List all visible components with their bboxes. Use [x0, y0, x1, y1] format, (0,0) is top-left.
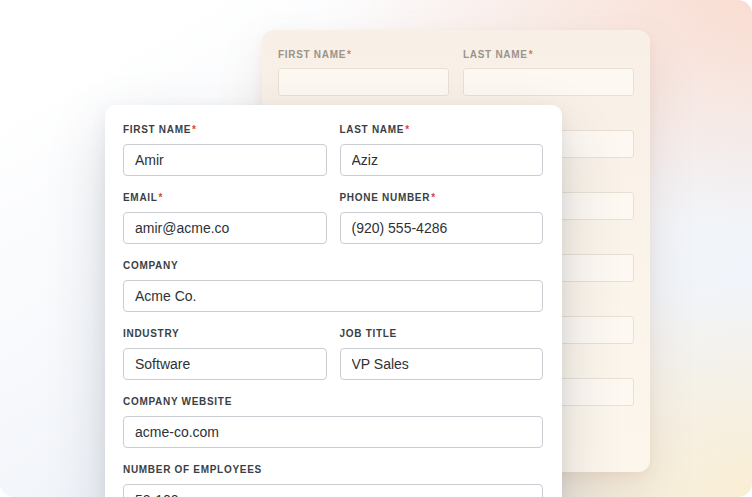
front-form-grid: FIRST NAME* LAST NAME* EMAIL* PHONE NUMB…	[123, 125, 543, 497]
page-background: FIRST NAME* LAST NAME* EMAIL* PHONE NUMB…	[0, 0, 752, 497]
field-label-text: NUMBER OF EMPLOYEES	[123, 464, 262, 475]
form-field-last-name: LAST NAME*	[340, 125, 544, 176]
field-label-text: LAST NAME	[463, 49, 528, 60]
number-of-employees-input[interactable]	[123, 484, 543, 497]
industry-input[interactable]	[123, 348, 327, 380]
company-website-input[interactable]	[123, 416, 543, 448]
form-field-first-name: FIRST NAME*	[278, 50, 449, 96]
form-field-industry: INDUSTRY	[123, 329, 327, 380]
foreground-form-card: FIRST NAME* LAST NAME* EMAIL* PHONE NUMB…	[105, 105, 562, 497]
field-label-text: FIRST NAME	[123, 124, 191, 135]
required-asterisk: *	[192, 124, 197, 135]
field-label: COMPANY	[123, 261, 543, 271]
field-label: NUMBER OF EMPLOYEES	[123, 465, 543, 475]
form-field-last-name: LAST NAME*	[463, 50, 634, 96]
field-label-text: JOB TITLE	[340, 328, 397, 339]
field-label-text: LAST NAME	[340, 124, 405, 135]
field-label-text: INDUSTRY	[123, 328, 179, 339]
field-label-text: COMPANY WEBSITE	[123, 396, 232, 407]
last-name-input[interactable]	[340, 144, 544, 176]
field-label: FIRST NAME*	[278, 50, 449, 60]
field-label-text: FIRST NAME	[278, 49, 346, 60]
field-label: LAST NAME*	[463, 50, 634, 60]
email-input[interactable]	[123, 212, 327, 244]
last-name-input[interactable]	[463, 68, 634, 96]
field-label: COMPANY WEBSITE	[123, 397, 543, 407]
field-label: EMAIL*	[123, 193, 327, 203]
form-field-phone-number: PHONE NUMBER*	[340, 193, 544, 244]
field-label: JOB TITLE	[340, 329, 544, 339]
form-field-company-website: COMPANY WEBSITE	[123, 397, 543, 448]
required-asterisk: *	[431, 192, 436, 203]
field-label-text: EMAIL	[123, 192, 158, 203]
required-asterisk: *	[405, 124, 410, 135]
company-input[interactable]	[123, 280, 543, 312]
job-title-input[interactable]	[340, 348, 544, 380]
field-label: FIRST NAME*	[123, 125, 327, 135]
field-label-text: PHONE NUMBER	[340, 192, 431, 203]
field-label: INDUSTRY	[123, 329, 327, 339]
field-label-text: COMPANY	[123, 260, 178, 271]
first-name-input[interactable]	[278, 68, 449, 96]
field-label: PHONE NUMBER*	[340, 193, 544, 203]
form-field-job-title: JOB TITLE	[340, 329, 544, 380]
form-field-company: COMPANY	[123, 261, 543, 312]
phone-number-input[interactable]	[340, 212, 544, 244]
required-asterisk: *	[529, 49, 534, 60]
required-asterisk: *	[347, 49, 352, 60]
form-field-email: EMAIL*	[123, 193, 327, 244]
field-label: LAST NAME*	[340, 125, 544, 135]
required-asterisk: *	[159, 192, 164, 203]
first-name-input[interactable]	[123, 144, 327, 176]
form-field-number-of-employees: NUMBER OF EMPLOYEES	[123, 465, 543, 497]
form-field-first-name: FIRST NAME*	[123, 125, 327, 176]
